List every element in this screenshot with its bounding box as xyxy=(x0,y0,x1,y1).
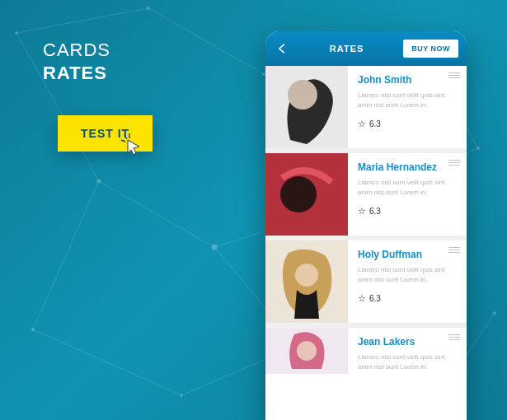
star-icon: ☆ xyxy=(358,119,366,129)
heading-line1: CARDS xyxy=(43,40,110,61)
list-item[interactable]: Jean Lakers Llamco nisi sunt velit quis … xyxy=(265,328,467,384)
star-icon: ☆ xyxy=(358,206,366,217)
card-name: John Smith xyxy=(358,74,458,86)
card-name: Maria Hernandez xyxy=(358,161,458,173)
svg-line-3 xyxy=(99,181,214,247)
buy-now-label: BUY NOW xyxy=(411,44,450,53)
list-item[interactable]: Maria Hernandez Llamco nisi sunt velit q… xyxy=(265,153,467,236)
svg-point-21 xyxy=(180,394,183,397)
card-desc: Llamco nisi sunt velit quis sint anim ni… xyxy=(358,91,458,110)
menu-icon[interactable] xyxy=(448,334,460,340)
card-desc: Llamco nisi sunt velit quis sint anim ni… xyxy=(358,352,458,372)
svg-line-0 xyxy=(16,8,148,33)
list-item[interactable]: John Smith Llamco nisi sunt velit quis s… xyxy=(265,66,467,148)
svg-point-14 xyxy=(15,31,18,35)
menu-icon[interactable] xyxy=(448,247,460,253)
svg-point-34 xyxy=(280,176,317,212)
svg-point-25 xyxy=(476,147,480,150)
svg-point-18 xyxy=(212,245,218,250)
card-desc: Llamco nisi sunt velit quis sint anim ni… xyxy=(358,178,458,198)
card-rating: ☆6.3 xyxy=(358,293,458,304)
svg-line-6 xyxy=(33,329,181,395)
svg-point-31 xyxy=(288,80,317,110)
svg-line-27 xyxy=(124,135,127,139)
svg-line-1 xyxy=(148,8,264,74)
phone-title: RATES xyxy=(330,44,364,54)
list-item[interactable]: Holy Duffman Llamco nisi sunt velit quis… xyxy=(265,240,467,323)
svg-line-5 xyxy=(33,181,99,329)
svg-point-17 xyxy=(97,180,101,184)
svg-line-28 xyxy=(121,140,125,142)
card-name: Jean Lakers xyxy=(358,336,458,348)
card-rating: ☆6.3 xyxy=(358,119,458,129)
star-icon: ☆ xyxy=(358,293,366,304)
card-desc: Llamco nisi sunt velit quis sint anim ni… xyxy=(358,265,458,285)
svg-point-15 xyxy=(147,7,150,10)
svg-point-24 xyxy=(493,311,496,315)
card-thumb xyxy=(265,328,348,374)
card-thumb xyxy=(265,153,348,236)
card-thumb xyxy=(265,240,348,323)
menu-icon[interactable] xyxy=(448,72,460,78)
menu-icon[interactable] xyxy=(448,160,460,166)
page-heading: CARDS RATES xyxy=(43,40,110,84)
back-arrow-icon[interactable] xyxy=(274,40,290,57)
card-thumb xyxy=(265,66,348,148)
svg-point-38 xyxy=(297,341,317,361)
phone-header: RATES BUY NOW xyxy=(265,31,467,66)
svg-point-20 xyxy=(31,328,35,331)
card-rating: ☆6.3 xyxy=(358,206,458,217)
card-list[interactable]: John Smith Llamco nisi sunt velit quis s… xyxy=(265,66,467,384)
buy-now-button[interactable]: BUY NOW xyxy=(403,40,458,58)
phone-frame: RATES BUY NOW John Smith Llamco nisi sun… xyxy=(265,31,467,420)
heading-line2: RATES xyxy=(43,63,110,84)
cursor-icon xyxy=(120,133,143,156)
card-name: Holy Duffman xyxy=(358,249,458,260)
svg-point-36 xyxy=(295,264,318,287)
